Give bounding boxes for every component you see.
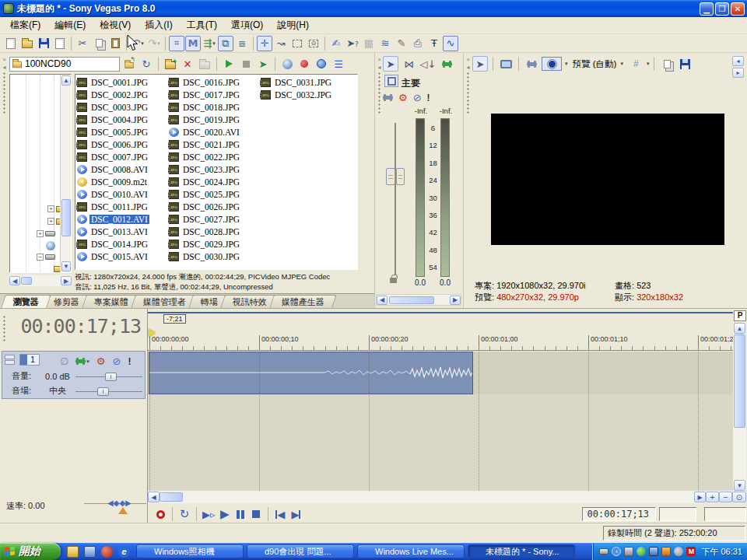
- mixer-select-button[interactable]: ➤: [383, 56, 398, 72]
- save-button[interactable]: [36, 36, 51, 51]
- file-item[interactable]: DSC_0030.JPG: [169, 250, 261, 263]
- explorer-dock-icon[interactable]: ◂: [2, 64, 5, 71]
- ql-ie-icon[interactable]: e: [118, 546, 130, 558]
- menu-item[interactable]: 選項(O): [224, 17, 270, 33]
- go-to-start-button[interactable]: ◀: [274, 507, 286, 521]
- dock-tab[interactable]: 瀏覽器: [1, 295, 51, 308]
- address-combo[interactable]: 100NCD90: [9, 57, 120, 72]
- mixer-close-icon[interactable]: ×: [377, 56, 381, 63]
- record-button[interactable]: [154, 507, 167, 521]
- time-ruler[interactable]: 00:00:00;0000:00:00;1000:00:00;2000:00:0…: [148, 334, 733, 351]
- external-monitor-button[interactable]: [498, 56, 514, 72]
- bus-automation-icon[interactable]: ⚙: [398, 92, 408, 103]
- paste-button[interactable]: [107, 36, 123, 51]
- audio-event-clip[interactable]: [149, 352, 473, 394]
- capture-button[interactable]: ⎙: [410, 36, 426, 51]
- track-fx-icon[interactable]: [75, 359, 86, 363]
- file-item[interactable]: DSC_0017.JPG: [169, 89, 261, 101]
- master-fx-button[interactable]: [439, 56, 454, 72]
- tree-horizontal-scrollbar[interactable]: ◀ ▶: [9, 275, 72, 286]
- minimize-button[interactable]: ▁: [700, 2, 714, 16]
- file-item[interactable]: DSC_0032.JPG: [261, 89, 352, 101]
- keyboard-tray-icon[interactable]: [599, 548, 608, 555]
- master-fader-handle[interactable]: [386, 168, 405, 185]
- video-output-fx-button[interactable]: [524, 56, 539, 72]
- open-button[interactable]: [19, 36, 35, 51]
- taskbar-button[interactable]: Windows Live Mes...: [357, 544, 465, 558]
- file-list[interactable]: DSC_0001.JPG DSC_0002.JPG DSC_0003.JPG D…: [75, 74, 358, 270]
- file-item[interactable]: DSC_0010.AVI: [77, 188, 169, 201]
- add-folder-button[interactable]: +: [163, 56, 178, 72]
- volume-tray-icon[interactable]: [674, 547, 683, 556]
- play-button[interactable]: ▶: [219, 507, 231, 521]
- track-volume-slider[interactable]: [75, 372, 142, 381]
- views-button[interactable]: ☰: [331, 56, 346, 72]
- restore-button[interactable]: ❐: [715, 2, 729, 16]
- enable-snapping-toggle[interactable]: ⌗: [169, 36, 184, 51]
- zoom-edit-tool-button[interactable]: ⊙: [306, 36, 321, 51]
- toolbar-overflow-up[interactable]: ◂: [732, 56, 744, 66]
- preview-select-button[interactable]: ➤: [472, 56, 488, 72]
- file-item[interactable]: DSC_0008.AVI: [77, 163, 169, 176]
- folder-tree[interactable]: + + + − ▲ ▼: [9, 74, 72, 273]
- file-item[interactable]: DSC_0009.m2t: [77, 176, 169, 188]
- whats-this-help-button[interactable]: ➤?: [345, 36, 360, 51]
- up-one-level-button[interactable]: ↰: [121, 56, 137, 72]
- update-tray-icon[interactable]: [661, 547, 671, 556]
- file-item[interactable]: DSC_0006.JPG: [77, 138, 169, 151]
- dock-tab[interactable]: 媒體產生器: [269, 295, 337, 308]
- zoom-in-button[interactable]: +: [706, 492, 719, 502]
- menu-item[interactable]: 插入(I): [138, 17, 179, 33]
- taskbar-clock[interactable]: 下午 06:31: [701, 546, 742, 558]
- expand-track-layers-button[interactable]: ≋: [377, 36, 393, 51]
- project-properties-button[interactable]: [52, 36, 68, 51]
- file-item[interactable]: DSC_0024.JPG: [169, 176, 261, 188]
- file-item[interactable]: DSC_0007.JPG: [77, 151, 169, 163]
- get-media-web-button[interactable]: [314, 56, 329, 72]
- toolbar-overflow-down[interactable]: ▸: [732, 68, 744, 78]
- script-button[interactable]: ✎: [394, 36, 409, 51]
- marker-p-button[interactable]: P: [734, 310, 746, 321]
- file-item[interactable]: DSC_0025.JPG: [169, 188, 261, 201]
- preview-quality-dropdown[interactable]: 預覽 (自動)▾: [570, 58, 626, 71]
- scrub-marker[interactable]: [118, 507, 128, 514]
- tree-vertical-scrollbar[interactable]: ▲ ▼: [60, 75, 71, 272]
- auto-ripple-button[interactable]: ⇶▾: [202, 36, 217, 51]
- file-item[interactable]: DSC_0002.JPG: [77, 89, 169, 101]
- scrub-slider[interactable]: ◀◆◆▶: [84, 503, 146, 504]
- start-button[interactable]: 開始: [0, 543, 61, 560]
- file-item[interactable]: DSC_0031.JPG: [261, 76, 352, 89]
- file-item[interactable]: DSC_0014.JPG: [77, 238, 169, 250]
- file-item[interactable]: DSC_0022.JPG: [169, 151, 261, 163]
- timeline-empty-area[interactable]: [148, 394, 733, 491]
- file-item[interactable]: DSC_0027.JPG: [169, 213, 261, 226]
- menu-item[interactable]: 工具(T): [180, 17, 224, 33]
- track-minimize-button[interactable]: [5, 355, 15, 359]
- file-item[interactable]: DSC_0004.JPG: [77, 114, 169, 126]
- selection-start-field[interactable]: [659, 507, 696, 521]
- auto-preview-button[interactable]: ➤: [255, 56, 271, 72]
- overlays-grid-button[interactable]: #: [628, 56, 644, 72]
- messenger-tray-icon[interactable]: [637, 547, 646, 556]
- cursor-position-field[interactable]: 00:00:17;13: [582, 507, 656, 521]
- file-item[interactable]: DSC_0011.JPG: [77, 201, 169, 213]
- ql-media-icon[interactable]: [101, 546, 113, 558]
- refresh-button[interactable]: ↻: [139, 56, 154, 72]
- lock-envelopes-toggle[interactable]: ⧉: [218, 36, 233, 51]
- track-automation-icon[interactable]: ⚙: [96, 355, 106, 367]
- zoom-tool-button[interactable]: ⊙: [732, 492, 746, 502]
- track-restore-button[interactable]: [5, 360, 15, 365]
- ignore-event-grouping-toggle[interactable]: ⧈: [234, 36, 250, 51]
- hide-icons-chevron[interactable]: ‹: [612, 547, 621, 556]
- menu-item[interactable]: 說明(H): [270, 17, 316, 33]
- timeline-marker-flag[interactable]: [149, 329, 156, 337]
- bus-solo-icon[interactable]: !: [427, 93, 430, 103]
- audio-track-lane[interactable]: [148, 352, 733, 394]
- automatic-crossfades-toggle[interactable]: M: [185, 36, 201, 51]
- menu-item[interactable]: 檢視(V): [93, 17, 138, 33]
- overlays-dropdown[interactable]: ▾: [647, 61, 650, 67]
- copy-button[interactable]: [91, 36, 107, 51]
- zoom-out-button[interactable]: −: [719, 492, 732, 502]
- multicamera-button[interactable]: ▦: [361, 36, 377, 51]
- track-number[interactable]: 1: [19, 354, 40, 366]
